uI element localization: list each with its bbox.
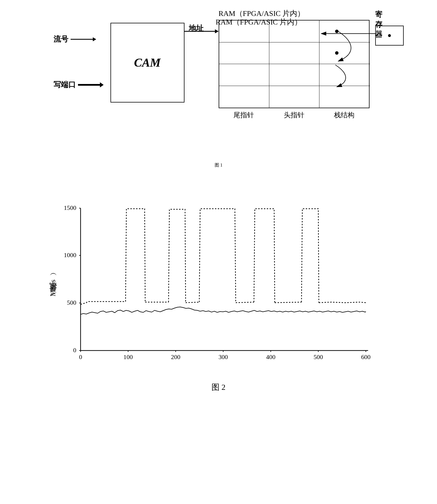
col1-label: 尾指针 xyxy=(219,110,269,120)
cam-to-ram-arrow-icon xyxy=(184,28,219,35)
svg-text:400: 400 xyxy=(266,353,275,360)
figure2-container: 流量（Mbps） 0 500 1000 1500 xyxy=(48,202,389,393)
y-axis-label: 流量（Mbps） xyxy=(48,217,58,359)
svg-text:500: 500 xyxy=(67,299,76,306)
fig1-caption: 图 1 xyxy=(54,162,384,168)
col2-label: 头指针 xyxy=(269,110,319,120)
dotted-line-base6 xyxy=(319,302,366,303)
input2-label: 写端口 xyxy=(54,80,76,90)
svg-text:600: 600 xyxy=(361,353,370,360)
register-title-text: 寄存器 xyxy=(375,10,384,40)
svg-text:1500: 1500 xyxy=(64,204,76,211)
svg-text:0: 0 xyxy=(79,353,82,360)
input1-label: 流号 xyxy=(54,34,68,44)
svg-text:1000: 1000 xyxy=(64,251,76,259)
svg-text:200: 200 xyxy=(171,353,180,360)
input1-arrow-icon xyxy=(71,36,96,42)
svg-text:0: 0 xyxy=(73,347,76,354)
svg-marker-5 xyxy=(215,29,219,33)
diagram-area: RAM（FPGA/ASIC 片内） 寄存器 流号 写端口 xyxy=(54,20,384,140)
input1-group: 流号 xyxy=(54,34,96,44)
col3-label: 栈结构 xyxy=(319,110,370,120)
register-dot xyxy=(388,34,391,37)
dotted-line-base1 xyxy=(81,302,126,304)
dotted-line-spike2 xyxy=(169,209,186,303)
svg-text:500: 500 xyxy=(313,353,323,360)
svg-text:100: 100 xyxy=(123,353,133,360)
dotted-line-spike4 xyxy=(254,209,275,303)
svg-marker-3 xyxy=(100,82,104,87)
svg-marker-1 xyxy=(93,37,96,41)
svg-text:300: 300 xyxy=(218,353,228,360)
input2-arrow-icon xyxy=(78,81,104,88)
page-container: RAM（FPGA/ASIC 片内） 寄存器 流号 写端口 xyxy=(0,0,437,504)
dotted-line-base4 xyxy=(236,302,254,303)
fig2-caption: 图 2 xyxy=(48,382,389,393)
dotted-line-spike1 xyxy=(126,209,145,302)
cam-box: CAM xyxy=(110,23,184,103)
dotted-line-spike5 xyxy=(301,209,319,303)
dotted-line-base5 xyxy=(275,302,301,303)
dotted-line-spike3 xyxy=(199,209,236,303)
solid-line xyxy=(81,307,366,314)
cam-label: CAM xyxy=(134,56,161,69)
register-to-stack-arrow-icon xyxy=(318,28,378,39)
dotted-line-base3 xyxy=(186,302,199,303)
input2-group: 写端口 xyxy=(54,80,104,90)
col-labels: 尾指针 头指针 栈结构 xyxy=(219,110,370,120)
ram-title-text: RAM（FPGA/ASIC 片内） xyxy=(219,9,305,19)
figure1-container: RAM（FPGA/ASIC 片内） 寄存器 流号 写端口 xyxy=(48,11,389,174)
chart-svg: 0 500 1000 1500 0 100 200 xyxy=(61,202,374,379)
